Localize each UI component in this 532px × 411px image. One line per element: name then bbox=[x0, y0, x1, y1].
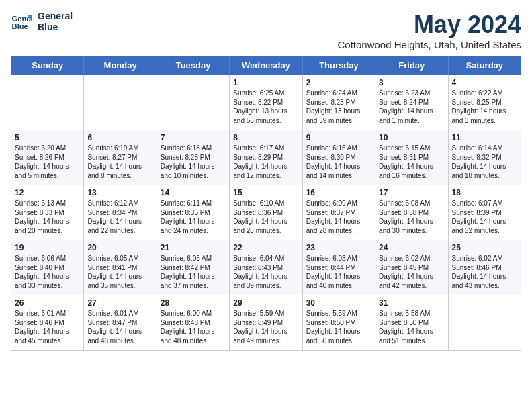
day-number: 13 bbox=[87, 188, 152, 197]
day-header-friday: Friday bbox=[375, 56, 448, 75]
logo: General Blue General Blue bbox=[11, 11, 73, 32]
calendar-cell: 8Sunrise: 6:17 AM Sunset: 8:29 PM Daylig… bbox=[230, 130, 302, 185]
calendar-cell bbox=[157, 75, 229, 130]
calendar-cell: 24Sunrise: 6:02 AM Sunset: 8:45 PM Dayli… bbox=[375, 240, 448, 295]
day-number: 7 bbox=[161, 133, 226, 142]
calendar-cell: 4Sunrise: 6:22 AM Sunset: 8:25 PM Daylig… bbox=[448, 75, 521, 130]
day-number: 3 bbox=[379, 78, 444, 87]
calendar-cell: 15Sunrise: 6:10 AM Sunset: 8:36 PM Dayli… bbox=[230, 185, 302, 240]
calendar-table: SundayMondayTuesdayWednesdayThursdayFrid… bbox=[11, 56, 521, 351]
calendar-cell: 17Sunrise: 6:08 AM Sunset: 8:38 PM Dayli… bbox=[375, 185, 448, 240]
calendar-cell: 6Sunrise: 6:19 AM Sunset: 8:27 PM Daylig… bbox=[84, 130, 157, 185]
day-number: 9 bbox=[306, 133, 371, 142]
location-text: Cottonwood Heights, Utah, United States bbox=[338, 39, 522, 50]
calendar-cell: 13Sunrise: 6:12 AM Sunset: 8:34 PM Dayli… bbox=[84, 185, 157, 240]
cell-content: Sunrise: 6:13 AM Sunset: 8:33 PM Dayligh… bbox=[15, 199, 80, 235]
day-number: 20 bbox=[87, 243, 152, 253]
week-row-4: 19Sunrise: 6:06 AM Sunset: 8:40 PM Dayli… bbox=[11, 240, 521, 295]
day-number: 28 bbox=[161, 298, 226, 308]
day-number: 27 bbox=[87, 298, 152, 308]
cell-content: Sunrise: 6:00 AM Sunset: 8:48 PM Dayligh… bbox=[161, 309, 226, 345]
day-number: 29 bbox=[233, 298, 298, 308]
calendar-cell bbox=[448, 295, 521, 351]
calendar-cell: 30Sunrise: 5:59 AM Sunset: 8:50 PM Dayli… bbox=[302, 295, 375, 351]
day-number: 31 bbox=[379, 298, 444, 308]
cell-content: Sunrise: 6:16 AM Sunset: 8:30 PM Dayligh… bbox=[306, 144, 371, 180]
calendar-cell: 1Sunrise: 6:25 AM Sunset: 8:22 PM Daylig… bbox=[230, 75, 302, 130]
day-number: 12 bbox=[15, 188, 80, 197]
day-number: 17 bbox=[379, 188, 444, 197]
calendar-cell: 21Sunrise: 6:05 AM Sunset: 8:42 PM Dayli… bbox=[157, 240, 229, 295]
cell-content: Sunrise: 6:12 AM Sunset: 8:34 PM Dayligh… bbox=[87, 199, 152, 235]
day-number: 1 bbox=[233, 78, 298, 87]
cell-content: Sunrise: 6:05 AM Sunset: 8:41 PM Dayligh… bbox=[87, 254, 152, 290]
day-number: 24 bbox=[379, 243, 444, 253]
day-number: 10 bbox=[379, 133, 444, 142]
calendar-cell: 18Sunrise: 6:07 AM Sunset: 8:39 PM Dayli… bbox=[448, 185, 521, 240]
cell-content: Sunrise: 5:58 AM Sunset: 8:50 PM Dayligh… bbox=[379, 309, 444, 345]
month-title: May 2024 bbox=[338, 11, 522, 39]
cell-content: Sunrise: 6:18 AM Sunset: 8:28 PM Dayligh… bbox=[161, 144, 226, 180]
calendar-cell: 27Sunrise: 6:01 AM Sunset: 8:47 PM Dayli… bbox=[84, 295, 157, 351]
day-number: 6 bbox=[87, 133, 152, 142]
day-number: 8 bbox=[233, 133, 298, 142]
cell-content: Sunrise: 6:10 AM Sunset: 8:36 PM Dayligh… bbox=[233, 199, 298, 235]
calendar-cell: 7Sunrise: 6:18 AM Sunset: 8:28 PM Daylig… bbox=[157, 130, 229, 185]
day-header-thursday: Thursday bbox=[302, 56, 375, 75]
cell-content: Sunrise: 6:17 AM Sunset: 8:29 PM Dayligh… bbox=[233, 144, 298, 180]
calendar-cell: 26Sunrise: 6:01 AM Sunset: 8:46 PM Dayli… bbox=[11, 295, 84, 351]
day-number: 11 bbox=[452, 133, 517, 142]
day-number: 19 bbox=[15, 243, 80, 253]
week-row-1: 1Sunrise: 6:25 AM Sunset: 8:22 PM Daylig… bbox=[11, 75, 521, 130]
day-number: 15 bbox=[233, 188, 298, 197]
calendar-cell bbox=[11, 75, 84, 130]
day-number: 23 bbox=[306, 243, 371, 253]
day-number: 18 bbox=[452, 188, 517, 197]
day-number: 25 bbox=[452, 243, 517, 253]
cell-content: Sunrise: 6:01 AM Sunset: 8:46 PM Dayligh… bbox=[15, 309, 80, 345]
day-number: 5 bbox=[15, 133, 80, 142]
cell-content: Sunrise: 6:07 AM Sunset: 8:39 PM Dayligh… bbox=[452, 199, 517, 235]
title-block: May 2024 Cottonwood Heights, Utah, Unite… bbox=[338, 11, 522, 50]
cell-content: Sunrise: 6:02 AM Sunset: 8:45 PM Dayligh… bbox=[379, 254, 444, 290]
cell-content: Sunrise: 6:20 AM Sunset: 8:26 PM Dayligh… bbox=[15, 144, 80, 180]
day-number: 14 bbox=[161, 188, 226, 197]
cell-content: Sunrise: 6:08 AM Sunset: 8:38 PM Dayligh… bbox=[379, 199, 444, 235]
cell-content: Sunrise: 5:59 AM Sunset: 8:49 PM Dayligh… bbox=[233, 309, 298, 345]
calendar-cell: 28Sunrise: 6:00 AM Sunset: 8:48 PM Dayli… bbox=[157, 295, 229, 351]
logo-text-blue: Blue bbox=[38, 21, 73, 32]
cell-content: Sunrise: 6:24 AM Sunset: 8:23 PM Dayligh… bbox=[306, 89, 371, 125]
day-header-sunday: Sunday bbox=[11, 56, 84, 75]
calendar-header-row: SundayMondayTuesdayWednesdayThursdayFrid… bbox=[11, 56, 521, 75]
cell-content: Sunrise: 6:15 AM Sunset: 8:31 PM Dayligh… bbox=[379, 144, 444, 180]
cell-content: Sunrise: 6:14 AM Sunset: 8:32 PM Dayligh… bbox=[452, 144, 517, 180]
day-number: 4 bbox=[452, 78, 517, 87]
logo-text-general: General bbox=[38, 11, 73, 21]
calendar-cell: 31Sunrise: 5:58 AM Sunset: 8:50 PM Dayli… bbox=[375, 295, 448, 351]
cell-content: Sunrise: 6:19 AM Sunset: 8:27 PM Dayligh… bbox=[87, 144, 152, 180]
cell-content: Sunrise: 6:01 AM Sunset: 8:47 PM Dayligh… bbox=[87, 309, 152, 345]
week-row-3: 12Sunrise: 6:13 AM Sunset: 8:33 PM Dayli… bbox=[11, 185, 521, 240]
cell-content: Sunrise: 6:09 AM Sunset: 8:37 PM Dayligh… bbox=[306, 199, 371, 235]
calendar-cell: 5Sunrise: 6:20 AM Sunset: 8:26 PM Daylig… bbox=[11, 130, 84, 185]
calendar-cell: 22Sunrise: 6:04 AM Sunset: 8:43 PM Dayli… bbox=[230, 240, 302, 295]
day-header-saturday: Saturday bbox=[448, 56, 521, 75]
calendar-cell: 2Sunrise: 6:24 AM Sunset: 8:23 PM Daylig… bbox=[302, 75, 375, 130]
calendar-cell: 12Sunrise: 6:13 AM Sunset: 8:33 PM Dayli… bbox=[11, 185, 84, 240]
cell-content: Sunrise: 6:02 AM Sunset: 8:46 PM Dayligh… bbox=[452, 254, 517, 290]
cell-content: Sunrise: 6:05 AM Sunset: 8:42 PM Dayligh… bbox=[161, 254, 226, 290]
day-header-wednesday: Wednesday bbox=[230, 56, 302, 75]
calendar-cell: 14Sunrise: 6:11 AM Sunset: 8:35 PM Dayli… bbox=[157, 185, 229, 240]
day-number: 2 bbox=[306, 78, 371, 87]
calendar-cell: 20Sunrise: 6:05 AM Sunset: 8:41 PM Dayli… bbox=[84, 240, 157, 295]
day-number: 16 bbox=[306, 188, 371, 197]
day-number: 22 bbox=[233, 243, 298, 253]
calendar-cell: 3Sunrise: 6:23 AM Sunset: 8:24 PM Daylig… bbox=[375, 75, 448, 130]
day-number: 21 bbox=[161, 243, 226, 253]
day-header-monday: Monday bbox=[84, 56, 157, 75]
calendar-cell: 9Sunrise: 6:16 AM Sunset: 8:30 PM Daylig… bbox=[302, 130, 375, 185]
week-row-5: 26Sunrise: 6:01 AM Sunset: 8:46 PM Dayli… bbox=[11, 295, 521, 351]
calendar-cell: 16Sunrise: 6:09 AM Sunset: 8:37 PM Dayli… bbox=[302, 185, 375, 240]
calendar-cell: 23Sunrise: 6:03 AM Sunset: 8:44 PM Dayli… bbox=[302, 240, 375, 295]
cell-content: Sunrise: 6:04 AM Sunset: 8:43 PM Dayligh… bbox=[233, 254, 298, 290]
